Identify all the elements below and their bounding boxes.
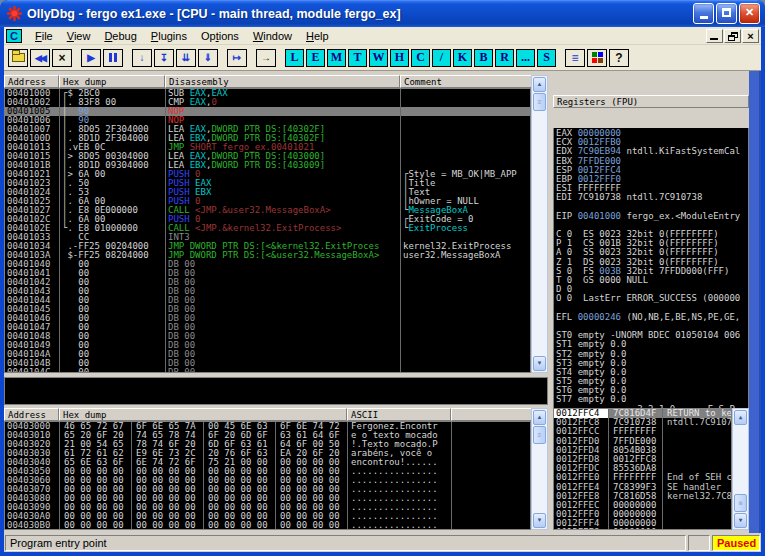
disasm-instruction-cell[interactable]: LEA EAX,DWORD PTR DS:[403000] <box>166 152 401 161</box>
view-run-trace-button[interactable]: ... <box>516 49 535 67</box>
cpu-window-system-icon[interactable]: C <box>6 29 22 43</box>
disasm-row[interactable]: 00401042 00DB 00 <box>5 278 530 287</box>
disasm-hex-cell[interactable]: 00 <box>60 296 166 305</box>
registers-title[interactable]: Registers (FPU) <box>553 95 749 108</box>
view-windows-button[interactable]: W <box>369 49 388 67</box>
restart-button[interactable]: ◀◀ <box>30 49 50 67</box>
disasm-comment-cell[interactable] <box>401 98 530 107</box>
disasm-hex-cell[interactable]: 00 <box>60 287 166 296</box>
disasm-comment-cell[interactable]: └MessageBoxA <box>401 206 530 215</box>
disasm-address-cell[interactable]: 00401034 <box>5 242 60 251</box>
register-line[interactable]: ESP 0012FFC4 <box>554 166 748 175</box>
disasm-address-cell[interactable]: 0040101B <box>5 161 60 170</box>
disasm-comment-cell[interactable] <box>401 143 530 152</box>
disasm-instruction-cell[interactable]: PUSH 0 <box>166 197 401 206</box>
stack-value-cell[interactable]: 00000000 <box>608 528 662 530</box>
disasm-instruction-cell[interactable]: DB 00 <box>166 332 401 341</box>
register-line[interactable] <box>554 322 748 331</box>
disasm-row[interactable]: 00401043 00DB 00 <box>5 287 530 296</box>
disasm-comment-cell[interactable]: kernel32.ExitProcess <box>401 242 530 251</box>
view-breakpoints-button[interactable]: B <box>474 49 493 67</box>
register-line[interactable]: ST6 empty 0.0 <box>554 386 748 395</box>
disasm-row[interactable]: 00401013│.vEB 0CJMP SHORT fergo_ex.00401… <box>5 143 530 152</box>
disasm-address-cell[interactable]: 0040103A <box>5 251 60 260</box>
step-into-button[interactable]: ↓ <box>132 49 152 67</box>
register-line[interactable]: ST2 empty 0.0 <box>554 350 748 359</box>
disasm-row[interactable]: 0040104A 00DB 00 <box>5 350 530 359</box>
disasm-instruction-cell[interactable]: DB 00 <box>166 278 401 287</box>
disasm-comment-cell[interactable]: ┌Style = MB_OK|MB_APP <box>401 170 530 179</box>
disasm-address-cell[interactable]: 00401025 <box>5 197 60 206</box>
scroll-up-icon[interactable]: ▲ <box>734 410 747 425</box>
disasm-address-cell[interactable]: 00401007 <box>5 125 60 134</box>
stack-comment-cell[interactable]: RETURN to ke <box>662 409 731 418</box>
disasm-instruction-cell[interactable]: DB 00 <box>166 269 401 278</box>
disasm-address-cell[interactable]: 00401046 <box>5 314 60 323</box>
disasm-row[interactable]: 00401005│ 90NOP <box>5 107 530 116</box>
disasm-row[interactable]: 0040102C│. 6A 00PUSH 0┌ExitCode = 0 <box>5 215 530 224</box>
stack-scrollbar[interactable]: ▲ ≡ ▼ <box>732 408 749 530</box>
disasm-hex-cell[interactable]: 00 <box>60 359 166 368</box>
menu-plugins[interactable]: Plugins <box>144 28 194 44</box>
dump-row[interactable]: 004030B000 00 00 0000 00 00 0000 00 00 0… <box>5 521 530 530</box>
register-line[interactable]: EIP 00401000 fergo_ex.<ModuleEntry <box>554 212 748 221</box>
disasm-comment-cell[interactable] <box>401 233 530 242</box>
disasm-instruction-cell[interactable]: DB 00 <box>166 305 401 314</box>
disasm-comment-cell[interactable] <box>401 134 530 143</box>
disasm-instruction-cell[interactable]: LEA EBX,DWORD PTR DS:[403009] <box>166 161 401 170</box>
disasm-comment-cell[interactable]: └ExitProcess <box>401 224 530 233</box>
register-line[interactable]: S 0 FS 003B 32bit 7FFDD000(FFF) <box>554 267 748 276</box>
disasm-comment-cell[interactable] <box>401 332 530 341</box>
disasm-comment-cell[interactable] <box>401 305 530 314</box>
execute-till-return-button[interactable]: ↦ <box>227 49 247 67</box>
stack-comment-cell[interactable] <box>662 519 731 528</box>
menu-options[interactable]: Options <box>194 28 246 44</box>
disasm-instruction-cell[interactable]: PUSH 0 <box>166 170 401 179</box>
disasm-hex-cell[interactable]: 00 <box>60 350 166 359</box>
view-executables-button[interactable]: E <box>306 49 325 67</box>
disasm-comment-cell[interactable] <box>401 161 530 170</box>
register-line[interactable]: ST3 empty 0.0 <box>554 359 748 368</box>
disasm-address-cell[interactable]: 00401047 <box>5 323 60 332</box>
disasm-row[interactable]: 00401048 00DB 00 <box>5 332 530 341</box>
disassembly-scrollbar[interactable]: ▲ ≡ ▼ <box>531 75 548 373</box>
disasm-address-cell[interactable]: 00401044 <box>5 296 60 305</box>
disasm-row[interactable]: 00401040 00DB 00 <box>5 260 530 269</box>
disasm-comment-cell[interactable] <box>401 107 530 116</box>
disasm-row[interactable]: 00401000┌$ 2BC0SUB EAX,EAX <box>5 89 530 98</box>
menu-help[interactable]: Help <box>299 28 336 44</box>
disasm-hex-cell[interactable]: │. 8D1D 09304000 <box>60 161 166 170</box>
stack-comment-cell[interactable] <box>662 455 731 464</box>
disasm-comment-cell[interactable] <box>401 314 530 323</box>
disasm-instruction-cell[interactable]: JMP DWORD PTR DS:[<&user32.MessageBoxA> <box>166 251 401 260</box>
minimize-button[interactable] <box>693 3 714 24</box>
register-line[interactable]: ST1 empty 0.0 <box>554 340 748 349</box>
pause-button[interactable] <box>103 49 123 67</box>
disasm-comment-cell[interactable] <box>401 89 530 98</box>
disasm-row[interactable]: 00401046 00DB 00 <box>5 314 530 323</box>
disasm-row[interactable]: 00401021│> 6A 00PUSH 0┌Style = MB_OK|MB_… <box>5 170 530 179</box>
disasm-instruction-cell[interactable]: SUB EAX,EAX <box>166 89 401 98</box>
disasm-instruction-cell[interactable]: DB 00 <box>166 350 401 359</box>
disasm-hex-cell[interactable]: │. 53 <box>60 188 166 197</box>
step-over-button[interactable]: ↧ <box>154 49 174 67</box>
disasm-address-cell[interactable]: 00401006 <box>5 116 60 125</box>
disasm-address-cell[interactable]: 00401015 <box>5 152 60 161</box>
view-patches-button[interactable]: / <box>432 49 451 67</box>
disasm-hex-cell[interactable]: │. 8D05 2F304000 <box>60 125 166 134</box>
animate-into-button[interactable]: ⇊ <box>176 49 196 67</box>
dump-col-address[interactable]: Address <box>4 408 59 421</box>
disasm-comment-cell[interactable] <box>401 350 530 359</box>
view-threads-button[interactable]: T <box>348 49 367 67</box>
disasm-address-cell[interactable]: 00401023 <box>5 179 60 188</box>
disasm-hex-cell[interactable]: │. 83F8 00 <box>60 98 166 107</box>
disasm-address-cell[interactable]: 00401005 <box>5 107 60 116</box>
disasm-address-cell[interactable]: 00401013 <box>5 143 60 152</box>
disasm-hex-cell[interactable]: 00 <box>60 305 166 314</box>
disasm-address-cell[interactable]: 00401045 <box>5 305 60 314</box>
register-line[interactable]: O 0 LastErr ERROR_SUCCESS (000000 <box>554 294 748 303</box>
disasm-hex-cell[interactable]: $-FF25 08204000 <box>60 251 166 260</box>
disasm-comment-cell[interactable] <box>401 323 530 332</box>
disasm-instruction-cell[interactable]: JMP SHORT fergo_ex.00401021 <box>166 143 401 152</box>
disasm-row[interactable]: 00401025│. 6A 00PUSH 0│hOwner = NULL <box>5 197 530 206</box>
